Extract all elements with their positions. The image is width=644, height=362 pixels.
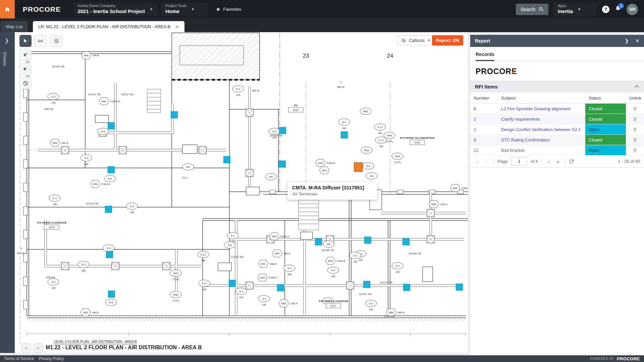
rfi-number-link[interactable]: 6 [474,106,476,111]
unlink-button[interactable] [626,104,644,114]
rfi-items-section-header[interactable]: RFI Items [470,80,644,93]
select-remove-tool-button[interactable] [19,63,32,75]
privacy-link[interactable]: Privacy Policy [39,356,64,361]
select-add-tool-button[interactable] [19,49,32,61]
close-icon[interactable]: ✕ [175,24,179,29]
tab-map-list[interactable]: Map List [1,21,28,32]
unlink-button[interactable] [626,114,644,124]
plan-marker-cyan[interactable] [277,284,284,291]
svg-text:M9: M9 [269,175,273,178]
plan-marker-cyan[interactable] [363,281,370,288]
svg-text:350: 350 [378,132,382,135]
rfi-table-row: 1Design Conflict Verification between S2… [470,124,644,135]
plan-marker-cyan[interactable] [171,111,178,118]
plan-marker-cyan[interactable] [223,156,230,163]
svg-text:8'Ø OA: 8'Ø OA [45,108,54,111]
svg-text:M53: M53 [364,149,369,152]
plan-marker-cyan[interactable] [364,237,371,244]
rfi-subject-link[interactable]: L2 Fire Sprinkler Drawing alignment [501,106,571,111]
plan-marker-cyan[interactable] [456,284,463,291]
column-unlink: Unlink [626,93,644,103]
svg-text:32'/16' OA: 32'/16' OA [52,65,65,68]
next-page-button[interactable]: › [546,159,552,164]
plan-marker-cyan[interactable] [341,131,348,138]
procore-logo-panel: PROCORE [470,61,644,80]
hatched-zone [172,33,260,80]
terms-link[interactable]: Terms of Service [4,356,34,361]
search-label: Search [521,7,535,12]
tab-bar: Map List LR: M1.22 - LEVEL 2 FLOOR PLAN … [0,18,644,32]
svg-text:E226: E226 [415,141,420,144]
rfi-number-link[interactable]: 2 [474,117,476,122]
company-project-dropdown[interactable]: Inertia Demo Company 2021 - Inertia Scho… [73,3,157,16]
tab-document[interactable]: LR: M1.22 - LEVEL 2 FLOOR PLAN - AIR DIS… [33,21,184,32]
report-toggle-button[interactable]: Report: ON [432,35,463,46]
search-button[interactable]: Search [516,4,548,15]
zoom-region-icon [54,38,59,44]
svg-text:M1: M1 [186,166,190,169]
callouts-dropdown-button[interactable]: Callouts ▼ [397,35,434,46]
plan-marker-cyan[interactable] [402,238,410,245]
apps-dropdown[interactable]: Apps Inertia ▼ [554,3,597,16]
first-page-button[interactable]: « [474,159,480,164]
user-avatar[interactable]: SR [627,4,638,15]
rfi-subject-link[interactable]: Clarify requirements [501,117,540,122]
svg-text:E215: E215 [49,226,54,229]
help-button[interactable]: ? [602,6,609,13]
canvas-toolbar-horizontal [34,35,62,47]
close-panel-icon[interactable]: ✕ [635,38,639,44]
svg-text:S-3: S-3 [369,302,373,305]
svg-text:R-6: R-6 [101,130,105,133]
plan-marker-cyan[interactable] [229,280,236,287]
drawing-canvas[interactable]: 2324 S-3235S-3360S-3235S-3235S-3360S-323… [15,32,468,353]
svg-text:VAV-6: VAV-6 [397,311,404,314]
plan-marker-cyan[interactable] [403,284,410,291]
plan-marker-cyan[interactable] [106,251,113,258]
select-tool-button[interactable] [19,35,32,47]
plan-marker-cyan[interactable] [279,127,286,134]
plan-marker-cyan[interactable] [108,122,115,129]
svg-text:S-3: S-3 [107,247,111,250]
favorites-button[interactable]: ★ Favorites [216,6,241,12]
svg-text:M9: M9 [327,243,330,246]
rfi-subject-link[interactable]: STC Rating Confirmation [501,137,550,142]
cursor-plus-icon [23,52,28,58]
project-tools-dropdown[interactable]: Project Tools Home ▼ [161,3,208,16]
home-button[interactable] [0,0,15,18]
plan-marker-selected[interactable] [354,163,363,172]
svg-text:E224: E224 [293,109,299,111]
sheets-sidebar[interactable]: ❯ Sheets [0,32,15,353]
last-page-button[interactable]: » [555,159,561,164]
status-badge: Closed [585,104,626,114]
measure-tool-button[interactable] [34,35,46,47]
status-badge: Open [585,145,626,155]
plan-marker-cyan[interactable] [108,166,115,173]
collapse-panel-icon[interactable]: ❯ [625,38,629,44]
refresh-icon[interactable] [569,159,574,164]
previous-page-button[interactable]: ‹ [484,159,490,164]
svg-text:M51: M51 [261,262,266,265]
unlink-button[interactable] [626,124,644,134]
plan-marker-cyan[interactable] [108,291,115,298]
previous-sheet-button[interactable]: ‹ [21,343,31,353]
rfi-subject-link[interactable]: Bad bracket [501,148,524,153]
plan-marker-cyan[interactable] [279,161,286,168]
unlink-button[interactable] [626,145,644,155]
rfi-number-link[interactable]: 5 [474,137,476,142]
svg-text:E-2: E-2 [236,87,240,90]
svg-text:M52: M52 [363,110,368,113]
rfi-subject-link[interactable]: Design Conflict Verification between S2.… [501,127,582,132]
plan-marker-cyan[interactable] [315,238,322,245]
notifications-button[interactable]: 3 [615,5,621,13]
plan-marker-cyan[interactable] [105,206,112,213]
clear-selection-button[interactable] [19,77,32,89]
svg-text:R-6: R-6 [108,177,112,180]
tab-records[interactable]: Records [476,52,494,61]
zoom-region-tool-button[interactable] [50,35,62,47]
unlink-button[interactable] [626,135,644,145]
rfi-number-link[interactable]: 12 [474,148,478,153]
next-sheet-button[interactable]: › [34,343,43,353]
company-label: Inertia Demo Company [77,4,145,8]
page-number-input[interactable] [511,158,527,166]
rfi-number-link[interactable]: 1 [474,127,476,132]
